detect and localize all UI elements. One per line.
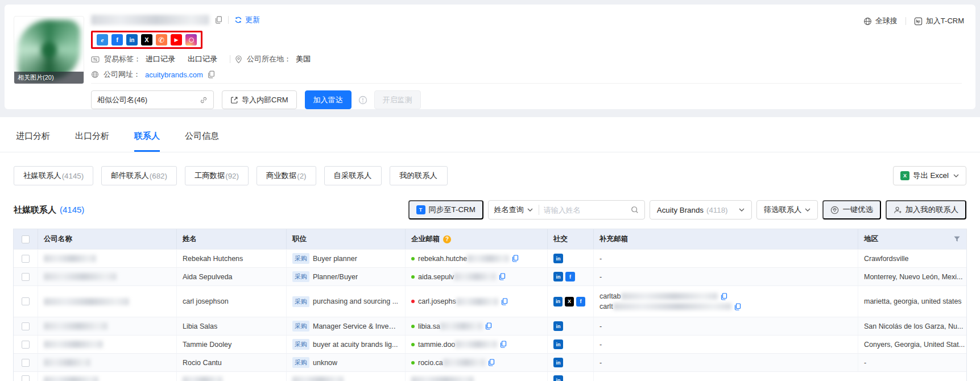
linkedin-icon[interactable]: in [553,272,563,281]
copy-icon[interactable] [215,16,222,24]
x-icon[interactable]: X [141,34,152,45]
table-row: Aida Sepulveda采购Planner/Buyeraida.sepulv… [14,267,966,285]
chevron-down-icon [739,208,745,212]
redacted-text [44,298,129,305]
import-internal-crm-button[interactable]: 导入内部CRM [222,90,297,109]
name-search-group: 姓名查询 [488,200,645,220]
trade-tag-import[interactable]: 进口记录 [146,54,175,64]
divider [228,16,229,24]
contact-filter-chip-0[interactable]: 社媒联系人(4145) [14,166,93,185]
add-radar-label: 加入雷达 [313,95,343,105]
email-status-dot [411,257,415,260]
contact-filter-chip-2[interactable]: 工商数据(92) [185,166,249,185]
position-tag: 采购 [292,253,309,264]
table-row: carl josephson采购purchasing and sourcing … [14,285,966,317]
website-link[interactable]: acuitybrands.com [145,71,203,79]
row-checkbox[interactable] [22,322,30,330]
info-icon[interactable] [358,96,367,105]
row-checkbox[interactable] [22,255,30,263]
join-tcrm-button[interactable]: 加入T-CRM [914,16,964,26]
globe-icon [863,17,872,26]
email-prefix: libia.sa [418,322,440,330]
linkedin-icon[interactable]: in [553,375,563,381]
position-text: Buyer planner [313,255,357,263]
refresh-button[interactable]: 更新 [234,15,260,25]
add-my-contacts-button[interactable]: 加入我的联系人 [886,200,966,220]
row-checkbox[interactable] [22,273,30,281]
company-logo[interactable]: 相关图片(20) [14,16,84,84]
copy-icon[interactable] [499,273,506,280]
name-search-input[interactable] [539,206,625,214]
person-name: Tammie Dooley [183,341,231,349]
tab-0[interactable]: 进口分析 [16,131,50,152]
select-all-checkbox[interactable] [22,235,30,243]
copy-icon[interactable] [501,298,508,305]
email-status-dot [411,275,415,279]
export-excel-button[interactable]: X 导出 Excel [893,166,966,185]
row-checkbox[interactable] [22,359,30,367]
search-icon[interactable] [625,206,644,214]
tab-3[interactable]: 公司信息 [185,131,219,152]
redacted-text [443,359,485,366]
help-icon[interactable]: ? [443,235,451,243]
copy-icon[interactable] [500,341,507,348]
tab-1[interactable]: 出口分析 [75,131,109,152]
one-click-select-button[interactable]: 一键优选 [822,200,880,220]
redacted-text [44,359,90,366]
extra-email-value: - [599,359,602,367]
linkedin-icon[interactable]: in [126,34,138,45]
contact-filter-chip-3[interactable]: 商业数据(2) [257,166,316,185]
company-filter-dropdown[interactable]: Acuity Brands (4118) [650,200,752,220]
contact-filter-chip-5[interactable]: 我的联系人 [390,166,448,185]
facebook-icon[interactable]: f [576,297,585,307]
global-search-button[interactable]: 全球搜 [863,16,898,26]
filter-contacts-dropdown[interactable]: 筛选联系人 [756,200,818,220]
company-header-card: 全球搜 加入T-CRM 相关图片(20) 更新 e f in X ✆ ▶ [5,5,975,109]
trade-tag-export[interactable]: 出口记录 [188,54,217,64]
company-name-cell [38,286,177,317]
copy-icon[interactable] [512,255,519,262]
add-radar-button[interactable]: 加入雷达 [305,90,352,109]
copy-icon[interactable] [734,303,741,310]
name-query-label: 姓名查询 [494,205,524,215]
linkedin-icon[interactable]: in [553,358,563,367]
phone-icon[interactable]: ✆ [156,34,167,45]
instagram-icon[interactable] [185,34,197,45]
region-value: Monterrey, Nuevo León, Mexi... [864,273,962,281]
linkedin-icon[interactable]: in [553,254,563,263]
global-search-label: 全球搜 [875,16,898,26]
filter-contacts-label: 筛选联系人 [764,205,802,215]
start-monitoring-button[interactable]: 开启监测 [374,90,421,109]
x-icon[interactable]: X [565,297,574,307]
similar-companies-selector[interactable]: 相似公司名(46) [91,90,214,109]
linkedin-icon[interactable]: in [553,321,563,331]
t-crm-icon: T [416,205,425,214]
extra-email-value: - [599,322,602,330]
row-checkbox[interactable] [22,341,30,349]
person-name: carl josephson [183,297,229,305]
filter-funnel-icon[interactable] [953,235,961,243]
copy-icon[interactable] [488,359,495,366]
extra-email-prefix: carlt [599,303,613,310]
linkedin-icon[interactable]: in [553,297,563,307]
copy-icon[interactable] [485,322,492,330]
import-icon [230,96,238,104]
linkedin-icon[interactable]: in [553,339,563,349]
position-text: purchasing and sourcing ... [313,297,398,305]
redacted-text [44,273,117,280]
name-query-dropdown[interactable]: 姓名查询 [489,205,539,215]
youtube-icon[interactable]: ▶ [171,34,182,45]
facebook-icon[interactable]: f [111,34,123,45]
region-value: San Nicolás de los Garza, Nu... [864,322,963,330]
contact-filter-chip-4[interactable]: 自采联系人 [324,166,382,185]
ie-icon[interactable]: e [97,34,108,45]
sync-tcrm-button[interactable]: T 同步至T-CRM [408,200,483,220]
facebook-icon[interactable]: f [565,272,575,281]
copy-icon[interactable] [721,293,727,300]
row-checkbox[interactable] [22,297,30,305]
email-prefix: aida.sepulv [418,273,454,281]
row-checkbox[interactable] [22,375,30,381]
contact-filter-chip-1[interactable]: 邮件联系人(682) [101,166,177,185]
tab-2[interactable]: 联系人 [134,131,160,152]
copy-icon[interactable] [208,71,215,78]
